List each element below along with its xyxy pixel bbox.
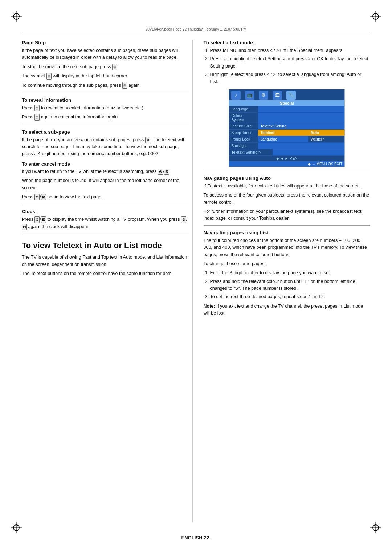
- menu-label-picture: Picture Size: [229, 123, 258, 129]
- menu-icon-tools: 🔧: [286, 91, 296, 100]
- menu-label-colour: Colour System: [229, 113, 258, 123]
- file-info-text: 20VL64-en.book Page 22 Thursday, Februar…: [146, 27, 247, 31]
- section-big-heading: To view Teletext in Auto or List mode Th…: [22, 241, 189, 278]
- heading-cancel-mode: To enter cancel mode: [22, 161, 189, 167]
- file-info-bar: 20VL64-en.book Page 22 Thursday, Februar…: [22, 27, 370, 33]
- section-nav-auto: Navigating pages using Auto If Fastext i…: [204, 175, 371, 222]
- menu-value-backlight: [258, 143, 344, 149]
- nav-auto-p1: If Fastext is available, four coloured t…: [204, 183, 371, 190]
- nav-list-p1: The four coloured choices at the bottom …: [204, 237, 371, 258]
- menu-row-sleep: Sleep Timer Teletext Auto: [229, 130, 344, 136]
- nav-auto-p2: To access one of the four given subjects…: [204, 192, 371, 206]
- page-stop-p3: The symbol ⊞ will display in the top lef…: [22, 73, 189, 80]
- nav-list-step-2: Press and hold the relevant colour butto…: [210, 278, 371, 292]
- section-select-subpage: To select a sub-page If the page of text…: [22, 129, 189, 201]
- menu-icon-tv: 📺: [245, 91, 254, 100]
- btn-continue-icon: ⊞: [122, 82, 127, 89]
- menu-label-teletext-setting: Teletext Setting >: [229, 149, 273, 155]
- menu-row-panel: Panel Lock Language Western: [229, 136, 344, 143]
- rule-2: [22, 125, 189, 125]
- nav-list-note: Note: If you exit text and change the TV…: [204, 303, 371, 317]
- rule-4: [22, 234, 189, 234]
- page-stop-p4: To continue moving through the sub pages…: [22, 82, 189, 89]
- step-2: Press ∨ to highlight Teletext Setting > …: [210, 56, 371, 70]
- section-reveal-info: To reveal information Press ⊡ to reveal …: [22, 97, 189, 121]
- nav-list-step-1: Enter the 3-digit number to display the …: [210, 270, 371, 276]
- rule-1: [22, 93, 189, 93]
- page-container: 20VL64-en.book Page 22 Thursday, Februar…: [0, 0, 392, 555]
- right-column: To select a text mode: Press MENU, and t…: [200, 40, 371, 522]
- heading-select-text-mode: To select a text mode:: [204, 40, 371, 45]
- btn-reveal-icon: ⊡: [34, 105, 40, 112]
- page-stop-p2: To stop the move to the next sub page pr…: [22, 64, 189, 70]
- step-3: Highlight Teletext and press < / > to se…: [210, 71, 371, 85]
- heading-nav-auto: Navigating pages using Auto: [204, 175, 371, 181]
- footer-english: ENGLISH: [181, 535, 203, 540]
- rule-right-1: [204, 171, 371, 171]
- section-clock: Clock Press ⊙/⊠ to display the time whil…: [22, 209, 189, 230]
- subpage-p1: If the page of text you are viewing cont…: [22, 137, 189, 158]
- section-select-text-mode: To select a text mode: Press MENU, and t…: [204, 40, 371, 167]
- btn-cancel2-icon: ⊠: [164, 169, 169, 175]
- nav-auto-p3: For further information on your particul…: [204, 208, 371, 222]
- reveal-p2: Press ⊡ again to conceal the information…: [22, 114, 189, 121]
- step-1: Press MENU, and then press < / > until t…: [210, 47, 371, 54]
- menu-row-backlight: Backlight: [229, 143, 344, 149]
- menu-row-picture: Picture Size Teletext Setting: [229, 123, 344, 130]
- page-stop-p1: If the page of text you have selected co…: [22, 47, 189, 61]
- btn-conceal-icon: ⊡: [34, 114, 40, 121]
- clock-p1: Press ⊙/⊠ to display the time whilst wat…: [22, 216, 189, 230]
- menu-icon-settings: ⚙: [259, 91, 268, 100]
- menu-value-colour: [258, 113, 344, 123]
- menu-value-auto: Auto: [308, 130, 344, 136]
- menu-value-teletext: Teletext: [258, 130, 308, 136]
- menu-row-colour: Colour System: [229, 113, 344, 123]
- btn-subpage-icon: ⊛: [145, 137, 150, 143]
- menu-row-teletext-setting: Teletext Setting >: [229, 149, 344, 156]
- btn-clock3-icon: ⊙: [181, 216, 186, 223]
- section-nav-list: Navigating pages using List The four col…: [204, 230, 371, 317]
- menu-label-language: Language: [229, 106, 258, 112]
- menu-screenshot: ♪ 📺 ⚙ 🖼 🔧 Special Language Colour System: [229, 89, 345, 167]
- menu-value-panel-lang: Language: [258, 136, 308, 142]
- content-area: Page Stop If the page of text you have s…: [22, 40, 370, 522]
- menu-label-panel: Panel Lock: [229, 136, 258, 142]
- menu-label-backlight: Backlight: [229, 143, 258, 149]
- menu-icon-photo: 🖼: [273, 91, 282, 100]
- heading-select-subpage: To select a sub-page: [22, 129, 189, 135]
- heading-clock: Clock: [22, 209, 189, 214]
- menu-icons-row: ♪ 📺 ⚙ 🖼 🔧: [229, 89, 344, 100]
- btn-clock4-icon: ⊠: [22, 224, 27, 230]
- section-page-stop: Page Stop If the page of text you have s…: [22, 40, 189, 89]
- btn-view-icon: ⊙: [34, 194, 40, 200]
- menu-nav-1: ◆ ◄ ► MEN: [229, 156, 344, 161]
- heading-page-stop: Page Stop: [22, 40, 189, 45]
- btn-stop-icon: ⊞: [112, 64, 117, 70]
- btn-symbol-icon: ⊞: [46, 73, 52, 80]
- heading-nav-list: Navigating pages using List: [204, 230, 371, 235]
- footer-bar: ENGLISH-22-: [22, 535, 370, 540]
- corner-mark-br: [370, 522, 381, 533]
- corner-mark-tr: [370, 11, 381, 22]
- cancel-p2: When the page number is found, it will a…: [22, 177, 189, 191]
- btn-clock2-icon: ⊠: [41, 216, 46, 223]
- corner-mark-bl: [11, 522, 22, 533]
- big-heading-p1: The TV is capable of showing Fast and To…: [22, 254, 189, 268]
- cancel-p3: Press ⊙/⊠ again to view the text page.: [22, 194, 189, 200]
- footer-page: -22-: [202, 535, 211, 540]
- menu-subsection-label: Teletext Setting: [258, 123, 344, 129]
- menu-value-teletext-setting: [273, 149, 344, 155]
- nav-list-steps: Enter the 3-digit number to display the …: [204, 270, 371, 301]
- nav-list-step-3: To set the rest three desired pages, rep…: [210, 293, 371, 300]
- rule-3: [22, 204, 189, 204]
- rule-right-2: [204, 225, 371, 226]
- menu-value-panel-western: Western: [308, 136, 344, 142]
- menu-nav-2: ◆ ↔ MENU OK EXIT: [229, 161, 344, 167]
- reveal-p1: Press ⊡ to reveal concealed information …: [22, 105, 189, 112]
- menu-icon-music: ♪: [231, 91, 241, 100]
- btn-view2-icon: ⊠: [41, 194, 46, 200]
- cancel-p1: If you want to return to the TV whilst t…: [22, 168, 189, 175]
- nav-list-p2: To change these stored pages:: [204, 260, 371, 267]
- heading-reveal-info: To reveal information: [22, 97, 189, 103]
- menu-special-label: Special: [229, 100, 344, 106]
